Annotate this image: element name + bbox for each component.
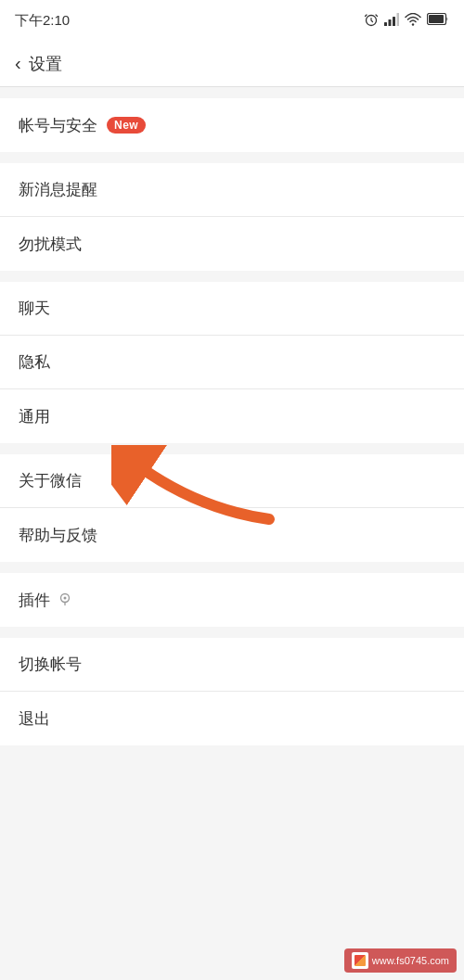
signal-icon [384,13,399,29]
status-icons [364,12,449,30]
section-gap-3 [0,271,464,282]
new-badge: New [107,117,146,134]
settings-item-chat[interactable]: 聊天 [0,282,464,336]
new-message-label: 新消息提醒 [19,179,97,200]
settings-item-about-wechat[interactable]: 关于微信 [0,454,464,508]
section-account: 帐号与安全 New [0,98,464,152]
logout-label: 退出 [19,708,50,730]
watermark-logo-inner [354,955,366,966]
chat-label: 聊天 [19,298,50,319]
back-button[interactable]: ‹ 设置 [15,53,62,75]
settings-item-switch-account[interactable]: 切换帐号 [0,638,464,692]
settings-item-account-security[interactable]: 帐号与安全 New [0,98,464,152]
section-notifications: 新消息提醒 勿扰模式 [0,163,464,271]
section-gap-bottom [0,745,464,783]
plugin-location-icon [58,592,72,609]
header: ‹ 设置 [0,41,464,87]
settings-item-privacy[interactable]: 隐私 [0,336,464,389]
switch-account-label: 切换帐号 [19,654,82,675]
about-wechat-label: 关于微信 [19,470,82,491]
back-chevron-icon: ‹ [15,53,21,74]
general-label: 通用 [19,406,50,427]
svg-rect-4 [397,13,400,26]
page-title: 设置 [29,53,62,75]
alarm-icon [364,12,379,30]
settings-item-new-message[interactable]: 新消息提醒 [0,163,464,217]
svg-point-10 [64,596,67,599]
plugins-label: 插件 [19,590,50,611]
help-feedback-label: 帮助与反馈 [19,525,97,546]
settings-item-dnd[interactable]: 勿扰模式 [0,217,464,271]
settings-item-help-feedback[interactable]: 帮助与反馈 [0,508,464,562]
watermark-text: www.fs0745.com [372,955,449,966]
svg-rect-7 [429,15,444,23]
svg-rect-2 [389,19,392,26]
section-gap-1 [0,87,464,98]
status-time: 下午2:10 [15,12,70,30]
settings-item-plugins[interactable]: 插件 [0,573,464,627]
section-gap-2 [0,152,464,163]
section-gap-6 [0,627,464,638]
svg-point-5 [412,23,414,25]
settings-item-logout[interactable]: 退出 [0,692,464,745]
watermark-logo [352,952,368,969]
dnd-label: 勿扰模式 [19,234,82,255]
status-bar: 下午2:10 [0,0,464,41]
battery-icon [427,13,449,28]
account-security-label: 帐号与安全 [19,115,97,136]
watermark: www.fs0745.com [344,948,457,973]
settings-item-general[interactable]: 通用 [0,389,464,443]
section-gap-5 [0,562,464,573]
section-plugins: 插件 [0,573,464,627]
privacy-label: 隐私 [19,351,50,373]
section-gap-4 [0,443,464,454]
section-account-actions: 切换帐号 退出 [0,638,464,745]
svg-rect-1 [384,22,387,26]
section-chat-privacy: 聊天 隐私 通用 [0,282,464,443]
wifi-icon [405,13,421,29]
section-about: 关于微信 帮助与反馈 [0,454,464,562]
svg-rect-3 [393,17,395,26]
